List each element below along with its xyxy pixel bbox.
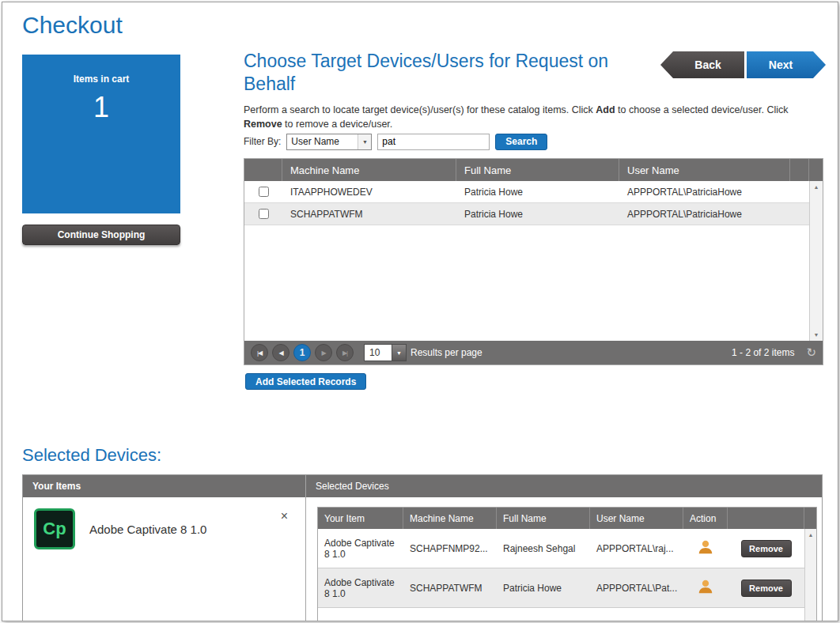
column-header-full-name: Full Name [456, 159, 619, 181]
next-page-icon: ▶ [315, 344, 332, 361]
user-icon [697, 538, 714, 558]
column-header-your-item: Your Item [318, 508, 403, 529]
selected-devices-rows: Adobe Captivate 8 1.0 SCHAPFNMP92... Raj… [318, 529, 804, 621]
row-checkbox[interactable] [259, 187, 269, 197]
last-page-icon: ▶| [336, 344, 354, 361]
blank-column-header [728, 508, 804, 529]
table-row: SCHAPPATWFM Patricia Howe APPPORTAL\Patr… [244, 203, 809, 225]
vertical-scrollbar[interactable]: ▲ ▼ [809, 181, 823, 341]
results-per-page-label: Results per page [411, 347, 482, 358]
scroll-up-icon[interactable]: ▲ [805, 529, 817, 541]
prev-page-icon[interactable]: ◀ [272, 344, 289, 361]
column-header-full-name: Full Name [497, 508, 590, 529]
results-range-label: 1 - 2 of 2 items [732, 347, 794, 358]
selected-devices-table: Your Item Machine Name Full Name User Na… [317, 507, 817, 621]
empty-row [318, 608, 804, 621]
first-page-icon[interactable]: |◀ [251, 344, 268, 361]
filter-by-label: Filter By: [244, 136, 281, 147]
add-selected-records-button[interactable]: Add Selected Records [245, 373, 366, 390]
table-row: Adobe Captivate 8 1.0 SCHAPPATWFM Patric… [318, 568, 804, 608]
table-row: ITAAPPHOWEDEV Patricia Howe APPPORTAL\Pa… [244, 181, 809, 203]
back-button[interactable]: Back [660, 51, 744, 78]
column-header-machine-name: Machine Name [282, 159, 456, 181]
selected-devices-section: Your Items Cp Adobe Captivate 8 1.0 × Se… [22, 474, 823, 621]
checkbox-cell [244, 209, 282, 219]
vertical-scrollbar[interactable]: ▲ [804, 529, 816, 621]
search-button[interactable]: Search [495, 134, 547, 150]
column-header-user-name: User Name [590, 508, 683, 529]
checkbox-column-header [244, 159, 282, 181]
user-icon [697, 578, 714, 598]
adobe-captivate-app-icon: Cp [34, 508, 75, 549]
cart-item-name: Adobe Captivate 8 1.0 [89, 523, 267, 536]
user-name-cell: APPPORTAL\PatriciaHowe [619, 187, 809, 198]
section-heading: Choose Target Devices/Users for Request … [244, 50, 659, 96]
selected-devices-table-header: Your Item Machine Name Full Name User Na… [318, 508, 816, 529]
cart-item: Cp Adobe Captivate 8 1.0 × [23, 497, 305, 549]
results-grid-rows: ITAAPPHOWEDEV Patricia Howe APPPORTAL\Pa… [244, 181, 809, 341]
column-header-user-name: User Name [619, 159, 790, 181]
cart-items-label: Items in cart [22, 55, 180, 85]
pager-bar: |◀ ◀ 1 ▶ ▶| 10 ▼ Results per page 1 - 2 … [244, 341, 823, 364]
remove-cell: Remove [728, 575, 804, 602]
checkout-page: Checkout Items in cart 1 Continue Shoppi… [2, 2, 838, 621]
current-page-button[interactable]: 1 [293, 344, 311, 361]
selected-devices-heading: Selected Devices: [22, 445, 161, 466]
chevron-down-icon: ▼ [358, 134, 371, 149]
selected-devices-panel: Selected Devices Your Item Machine Name … [306, 475, 822, 621]
instructions-text: Perform a search to locate target device… [244, 103, 827, 131]
close-icon[interactable]: × [281, 510, 288, 523]
remove-cell: Remove [728, 535, 804, 562]
action-cell [683, 573, 728, 602]
page-size-value: 10 [365, 345, 392, 361]
your-item-cell: Adobe Captivate 8 1.0 [318, 533, 403, 564]
blank-column-header [790, 159, 809, 181]
your-items-panel: Your Items Cp Adobe Captivate 8 1.0 × [23, 475, 306, 621]
remove-button[interactable]: Remove [741, 580, 792, 597]
user-name-cell: APPPORTAL\raj... [590, 538, 683, 559]
action-cell [683, 534, 728, 563]
selected-devices-table-wrap: Your Item Machine Name Full Name User Na… [306, 497, 822, 621]
user-name-cell: APPPORTAL\PatriciaHowe [619, 209, 809, 220]
instructions-remove-keyword: Remove [244, 119, 282, 130]
filter-by-select[interactable]: User Name ▼ [286, 134, 372, 150]
scroll-up-icon[interactable]: ▲ [811, 181, 823, 193]
selected-devices-table-body: Adobe Captivate 8 1.0 SCHAPFNMP92... Raj… [318, 529, 816, 621]
checkbox-cell [244, 187, 282, 197]
row-checkbox[interactable] [259, 209, 269, 219]
machine-name-cell: ITAAPPHOWEDEV [282, 187, 456, 198]
continue-shopping-button[interactable]: Continue Shopping [22, 225, 180, 245]
full-name-cell: Patricia Howe [456, 209, 619, 220]
filter-by-selected-value: User Name [287, 134, 358, 149]
column-header-machine-name: Machine Name [403, 508, 497, 529]
instructions-part: to choose a selected device/user. Click [615, 104, 789, 115]
full-name-cell: Patricia Howe [456, 187, 619, 198]
search-input[interactable] [377, 134, 490, 150]
page-size-select[interactable]: 10 ▼ [364, 344, 407, 361]
column-header-action: Action [683, 508, 728, 529]
scrollbar-corner [809, 159, 823, 181]
table-row: Adobe Captivate 8 1.0 SCHAPFNMP92... Raj… [318, 529, 804, 568]
page-title: Checkout [22, 12, 123, 39]
your-items-header: Your Items [23, 475, 305, 497]
machine-name-cell: SCHAPPATWFM [282, 209, 456, 220]
results-grid-header: Machine Name Full Name User Name [244, 159, 823, 181]
results-grid-body: ITAAPPHOWEDEV Patricia Howe APPPORTAL\Pa… [244, 181, 823, 341]
your-item-cell: Adobe Captivate 8 1.0 [318, 572, 403, 604]
remove-button[interactable]: Remove [741, 540, 792, 557]
next-button[interactable]: Next [747, 51, 826, 78]
refresh-icon[interactable]: ↻ [806, 345, 816, 360]
full-name-cell: Patricia Howe [497, 578, 590, 598]
search-results-grid: Machine Name Full Name User Name ITAAPPH… [244, 158, 823, 365]
cart-count: 1 [22, 91, 180, 124]
scrollbar-corner [804, 508, 816, 529]
instructions-part: to remove a device/user. [282, 119, 393, 130]
cart-summary: Items in cart 1 [22, 55, 180, 213]
chevron-down-icon: ▼ [392, 345, 406, 361]
filter-bar: Filter By: User Name ▼ Search [244, 133, 547, 150]
full-name-cell: Rajneesh Sehgal [497, 538, 590, 559]
instructions-add-keyword: Add [596, 104, 615, 115]
scroll-down-icon[interactable]: ▼ [811, 329, 823, 341]
machine-name-cell: SCHAPFNMP92... [403, 538, 497, 559]
machine-name-cell: SCHAPPATWFM [403, 578, 497, 598]
